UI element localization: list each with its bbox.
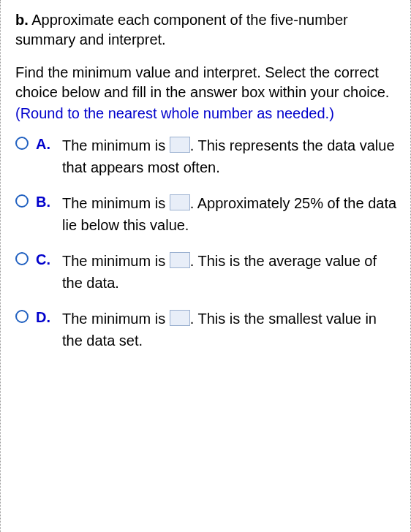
radio-b[interactable] (15, 194, 29, 208)
choice-a: A. The minimum is . This represents the … (15, 134, 397, 178)
choice-a-pre: The minimum is (62, 137, 170, 153)
answer-input-c[interactable] (170, 252, 190, 268)
choice-d-pre: The minimum is (62, 311, 170, 327)
choice-c-pre: The minimum is (62, 253, 170, 269)
radio-a[interactable] (15, 137, 29, 150)
answer-input-b[interactable] (170, 194, 190, 210)
choices-group: A. The minimum is . This represents the … (15, 134, 397, 352)
choice-label-c: C. (36, 249, 55, 270)
intro-text: Approximate each component of the five-n… (15, 12, 348, 48)
answer-input-d[interactable] (170, 310, 190, 326)
choice-label-a: A. (36, 134, 55, 154)
radio-c[interactable] (15, 252, 29, 265)
radio-d[interactable] (15, 310, 29, 323)
choice-b: B. The minimum is . Approximately 25% of… (15, 191, 397, 236)
choice-b-pre: The minimum is (62, 195, 170, 211)
question-find: Find the minimum value and interpret. Se… (15, 63, 397, 102)
choice-text-d: The minimum is . This is the smallest va… (62, 307, 397, 352)
part-label: b. (15, 12, 29, 28)
round-note: (Round to the nearest whole number as ne… (15, 104, 397, 123)
answer-input-a[interactable] (170, 137, 190, 153)
choice-label-d: D. (36, 307, 55, 327)
choice-c: C. The minimum is . This is the average … (15, 249, 397, 294)
choice-d: D. The minimum is . This is the smallest… (15, 307, 397, 352)
choice-label-b: B. (36, 191, 55, 212)
choice-text-a: The minimum is . This represents the dat… (62, 134, 397, 178)
question-part-b: b. Approximate each component of the fiv… (15, 10, 397, 50)
choice-text-b: The minimum is . Approximately 25% of th… (62, 191, 397, 236)
choice-text-c: The minimum is . This is the average val… (62, 249, 397, 294)
